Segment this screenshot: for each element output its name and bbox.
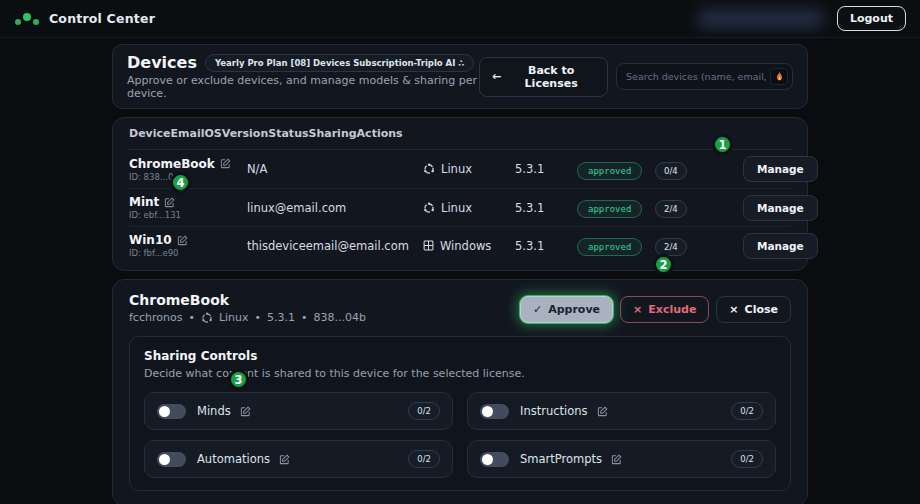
- x-icon: ×: [729, 303, 738, 316]
- device-email: linux@email.com: [247, 201, 423, 215]
- top-bar-right: Logout: [698, 6, 906, 31]
- sharing-toggle-grid: Minds 0/2 Instructions 0/2: [144, 392, 776, 478]
- exclude-button[interactable]: × Exclude: [620, 296, 709, 323]
- detail-version: 5.3.1: [267, 311, 295, 324]
- triplo-dots-logo-icon: [14, 11, 40, 27]
- sharing-count-badge: 2/4: [655, 238, 687, 256]
- toggle-switch[interactable]: [480, 404, 509, 419]
- table-header-row: Device Email OS Version Status Sharing A…: [129, 118, 791, 150]
- toggle-switch[interactable]: [157, 452, 186, 467]
- device-version: 5.3.1: [515, 201, 577, 215]
- back-button-label: Back to Licenses: [507, 64, 595, 90]
- plan-badge: Yearly Pro Plan [08] Devices Subscriptio…: [205, 54, 474, 72]
- edit-device-icon[interactable]: [220, 158, 231, 169]
- brand: Control Center: [14, 11, 155, 27]
- search-input[interactable]: [626, 71, 766, 82]
- detail-os: Linux: [219, 311, 249, 324]
- device-name: Mint: [129, 195, 159, 209]
- linux-os-icon: [423, 163, 435, 175]
- device-version: 5.3.1: [515, 162, 577, 176]
- table-body: ChromeBook ID: 838...04b N/A Linux: [129, 150, 791, 264]
- linux-os-icon: [201, 312, 213, 324]
- device-name: ChromeBook: [129, 157, 215, 171]
- column-header: Sharing: [309, 127, 357, 140]
- devices-table: Device Email OS Version Status Sharing A…: [112, 117, 808, 271]
- page-title: Devices: [127, 53, 197, 72]
- status-badge: approved: [577, 200, 642, 218]
- logout-button[interactable]: Logout: [837, 6, 906, 31]
- table-row: ChromeBook ID: 838...04b N/A Linux: [129, 150, 791, 188]
- page-subtitle: Approve or exclude devices, and manage m…: [127, 74, 479, 100]
- edit-share-icon[interactable]: [279, 454, 290, 465]
- column-header: Device: [129, 127, 171, 140]
- separator-dot: •: [301, 311, 308, 324]
- edit-share-icon[interactable]: [240, 406, 251, 417]
- linux-os-icon: [423, 202, 435, 214]
- top-bar: Control Center Logout: [0, 0, 920, 38]
- windows-os-icon: [423, 240, 434, 251]
- toggle-switch[interactable]: [157, 404, 186, 419]
- status-badge: approved: [577, 162, 642, 180]
- column-header: Email: [171, 127, 205, 140]
- x-icon: ×: [633, 303, 642, 316]
- check-icon: ✓: [533, 303, 542, 316]
- annotation-badge-4: 4: [170, 172, 191, 193]
- toggle-count-badge: 0/2: [731, 450, 763, 468]
- sharing-toggle-card: Automations 0/2: [144, 440, 453, 478]
- device-email: thisdeviceemail@email.com: [247, 239, 423, 253]
- toggle-switch[interactable]: [480, 452, 509, 467]
- device-email: N/A: [247, 162, 423, 176]
- sharing-count-badge: 0/4: [655, 162, 687, 180]
- toggle-count-badge: 0/2: [731, 402, 763, 420]
- device-id: ID: ebf...131: [129, 210, 247, 220]
- device-id: ID: fbf...e90: [129, 248, 247, 258]
- column-header: Version: [222, 127, 269, 140]
- toggle-count-badge: 0/2: [408, 402, 440, 420]
- detail-device-subtitle: fcchronos • Linux • 5.3.1 • 838...04b: [129, 311, 366, 324]
- sharing-toggle-card: Minds 0/2: [144, 392, 453, 430]
- annotation-badge-1: 1: [712, 134, 733, 155]
- toggle-label: SmartPrompts: [520, 452, 602, 466]
- devices-header-panel: Devices Yearly Pro Plan [08] Devices Sub…: [112, 44, 808, 109]
- exclude-label: Exclude: [648, 303, 696, 316]
- separator-dot: •: [255, 311, 262, 324]
- annotation-badge-3: 3: [228, 369, 249, 390]
- device-name: Win10: [129, 233, 172, 247]
- sharing-controls-panel: Sharing Controls Decide what content is …: [129, 336, 791, 491]
- column-header: OS: [204, 127, 221, 140]
- toggle-label: Automations: [197, 452, 270, 466]
- status-badge: approved: [577, 238, 642, 256]
- detail-device-id: 838...04b: [314, 311, 366, 324]
- toggle-label: Instructions: [520, 404, 588, 418]
- column-header: Actions: [357, 127, 403, 140]
- control-center-window: Control Center Logout Devices Yearly Pro…: [0, 0, 920, 504]
- manage-button[interactable]: Manage: [743, 156, 818, 182]
- detail-user: fcchronos: [129, 311, 182, 324]
- manage-button[interactable]: Manage: [743, 195, 818, 221]
- app-title: Control Center: [49, 11, 155, 26]
- toggle-label: Minds: [197, 404, 231, 418]
- device-version: 5.3.1: [515, 239, 577, 253]
- edit-device-icon[interactable]: [177, 235, 188, 246]
- back-to-licenses-button[interactable]: ← Back to Licenses: [479, 57, 608, 97]
- separator-dot: •: [188, 311, 195, 324]
- detail-device-title: ChromeBook: [129, 292, 366, 308]
- table-row: Mint ID: ebf...131 linux@email.com Linux: [129, 188, 791, 226]
- sharing-toggle-card: SmartPrompts 0/2: [467, 440, 776, 478]
- back-arrow-icon: ←: [492, 70, 501, 83]
- manage-button[interactable]: Manage: [743, 233, 818, 259]
- approve-button[interactable]: ✓ Approve: [520, 296, 613, 323]
- close-button[interactable]: × Close: [716, 296, 791, 323]
- edit-share-icon[interactable]: [611, 454, 622, 465]
- device-os: Linux: [441, 162, 472, 176]
- device-os: Windows: [440, 239, 491, 253]
- edit-device-icon[interactable]: [164, 197, 175, 208]
- table-row: Win10 ID: fbf...e90 thisdeviceemail@emai…: [129, 226, 791, 264]
- edit-share-icon[interactable]: [597, 406, 608, 417]
- device-os: Linux: [441, 201, 472, 215]
- approve-label: Approve: [548, 303, 600, 316]
- sharing-toggle-card: Instructions 0/2: [467, 392, 776, 430]
- close-label: Close: [745, 303, 778, 316]
- device-search: [616, 63, 793, 90]
- annotation-badge-2: 2: [653, 254, 674, 275]
